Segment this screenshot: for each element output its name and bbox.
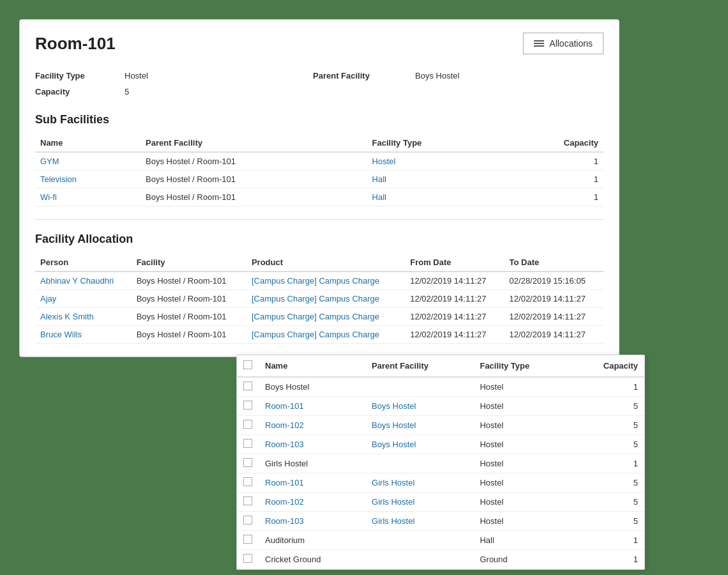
row-checkbox-cell[interactable] xyxy=(237,435,259,454)
row-checkbox-cell[interactable] xyxy=(237,397,259,416)
popup-card: Name Parent Facility Facility Type Capac… xyxy=(236,355,645,570)
alloc-person-cell[interactable]: Ajay xyxy=(35,290,132,308)
row-checkbox-cell[interactable] xyxy=(237,416,259,435)
table-row: Abhinav Y Chaudhri Boys Hostel / Room-10… xyxy=(35,272,603,290)
alloc-facility-cell: Boys Hostel / Room-101 xyxy=(132,272,246,290)
alloc-col-from: From Date xyxy=(405,254,504,272)
popup-parent-cell[interactable]: Boys Hostel xyxy=(365,435,473,454)
row-checkbox-cell[interactable] xyxy=(237,493,259,512)
alloc-person-cell[interactable]: Abhinav Y Chaudhri xyxy=(35,272,132,290)
popup-type-cell: Hostel xyxy=(473,377,570,397)
popup-capacity-cell: 5 xyxy=(571,512,644,531)
alloc-facility-cell: Boys Hostel / Room-101 xyxy=(132,326,246,344)
popup-capacity-cell: 5 xyxy=(571,416,644,435)
row-checkbox-cell[interactable] xyxy=(237,377,259,397)
popup-capacity-cell: 5 xyxy=(571,435,644,454)
sub-col-parent: Parent Facility xyxy=(140,134,367,152)
table-row: Ajay Boys Hostel / Room-101 [Campus Char… xyxy=(35,290,603,308)
allocations-button[interactable]: Allocations xyxy=(523,33,603,54)
popup-capacity-cell: 1 xyxy=(571,454,644,473)
popup-parent-cell xyxy=(365,454,473,473)
list-item: Room-102 Girls Hostel Hostel 5 xyxy=(237,493,644,512)
sub-capacity-cell: 1 xyxy=(502,152,603,171)
sub-type-cell[interactable]: Hostel xyxy=(367,152,503,171)
popup-name-cell[interactable]: Room-102 xyxy=(259,416,365,435)
popup-parent-cell[interactable]: Girls Hostel xyxy=(365,512,473,531)
sub-type-cell[interactable]: Hall xyxy=(367,188,503,206)
sub-name-cell[interactable]: Television xyxy=(35,171,140,188)
row-checkbox[interactable] xyxy=(243,516,252,525)
row-checkbox-cell[interactable] xyxy=(237,512,259,531)
sub-parent-cell: Boys Hostel / Room-101 xyxy=(140,152,367,171)
table-row: GYM Boys Hostel / Room-101 Hostel 1 xyxy=(35,152,603,171)
sub-type-cell[interactable]: Hall xyxy=(367,171,503,188)
popup-name-cell[interactable]: Room-101 xyxy=(259,397,365,416)
alloc-to-cell: 12/02/2019 14:11:27 xyxy=(504,308,603,326)
sub-name-cell[interactable]: Wi-fi xyxy=(35,188,140,206)
facility-allocation-table: Person Facility Product From Date To Dat… xyxy=(35,254,603,344)
sub-facilities-table: Name Parent Facility Facility Type Capac… xyxy=(35,134,603,206)
alloc-to-cell: 12/02/2019 14:11:27 xyxy=(504,290,603,308)
list-item: Room-101 Boys Hostel Hostel 5 xyxy=(237,397,644,416)
row-checkbox[interactable] xyxy=(243,554,252,563)
alloc-col-to: To Date xyxy=(504,254,603,272)
list-item: Cricket Ground Ground 1 xyxy=(237,550,644,569)
popup-capacity-cell: 1 xyxy=(571,531,644,550)
row-checkbox[interactable] xyxy=(243,458,252,467)
popup-type-cell: Hostel xyxy=(473,435,570,454)
row-checkbox[interactable] xyxy=(243,381,252,390)
popup-name-cell[interactable]: Room-101 xyxy=(259,473,365,493)
popup-capacity-cell: 5 xyxy=(571,493,644,512)
popup-parent-cell[interactable]: Girls Hostel xyxy=(365,473,473,493)
popup-parent-cell[interactable]: Girls Hostel xyxy=(365,493,473,512)
popup-capacity-cell: 5 xyxy=(571,473,644,493)
row-checkbox[interactable] xyxy=(243,535,252,544)
alloc-product-cell[interactable]: [Campus Charge] Campus Charge xyxy=(246,326,405,344)
list-item: Room-101 Girls Hostel Hostel 5 xyxy=(237,473,644,493)
alloc-person-cell[interactable]: Bruce Wills xyxy=(35,326,132,344)
popup-parent-cell[interactable]: Boys Hostel xyxy=(365,416,473,435)
row-checkbox-cell[interactable] xyxy=(237,550,259,569)
popup-table: Name Parent Facility Facility Type Capac… xyxy=(237,355,644,569)
alloc-product-cell[interactable]: [Campus Charge] Campus Charge xyxy=(246,290,405,308)
facility-type-label: Facility Type xyxy=(35,70,125,82)
alloc-from-cell: 12/02/2019 14:11:27 xyxy=(405,272,504,290)
select-all-checkbox[interactable] xyxy=(243,360,252,369)
popup-parent-cell[interactable]: Boys Hostel xyxy=(365,397,473,416)
row-checkbox[interactable] xyxy=(243,439,252,448)
popup-name-cell[interactable]: Room-102 xyxy=(259,493,365,512)
sub-capacity-cell: 1 xyxy=(502,188,603,206)
popup-parent-cell xyxy=(365,550,473,569)
row-checkbox[interactable] xyxy=(243,401,252,410)
sub-capacity-cell: 1 xyxy=(502,171,603,188)
popup-type-cell: Hostel xyxy=(473,473,570,493)
row-checkbox[interactable] xyxy=(243,496,252,505)
popup-type-cell: Ground xyxy=(473,550,570,569)
parent-facility-label: Parent Facility xyxy=(313,70,415,82)
popup-col-name: Name xyxy=(259,355,365,377)
row-checkbox[interactable] xyxy=(243,420,252,429)
alloc-product-cell[interactable]: [Campus Charge] Campus Charge xyxy=(246,308,405,326)
alloc-facility-cell: Boys Hostel / Room-101 xyxy=(132,290,246,308)
popup-name-cell[interactable]: Room-103 xyxy=(259,435,365,454)
popup-name-cell[interactable]: Room-103 xyxy=(259,512,365,531)
sub-col-capacity: Capacity xyxy=(502,134,603,152)
list-item: Boys Hostel Hostel 1 xyxy=(237,377,644,397)
sub-name-cell[interactable]: GYM xyxy=(35,152,140,171)
popup-type-cell: Hall xyxy=(473,531,570,550)
alloc-person-cell[interactable]: Alexis K Smith xyxy=(35,308,132,326)
row-checkbox[interactable] xyxy=(243,477,252,486)
info-grid: Facility Type Hostel Parent Facility Boy… xyxy=(35,70,603,98)
popup-type-cell: Hostel xyxy=(473,512,570,531)
popup-type-cell: Hostel xyxy=(473,397,570,416)
popup-capacity-cell: 1 xyxy=(571,377,644,397)
row-checkbox-cell[interactable] xyxy=(237,531,259,550)
list-item: Room-103 Girls Hostel Hostel 5 xyxy=(237,512,644,531)
capacity-value: 5 xyxy=(125,86,313,98)
alloc-col-facility: Facility xyxy=(132,254,246,272)
alloc-product-cell[interactable]: [Campus Charge] Campus Charge xyxy=(246,272,405,290)
popup-capacity-cell: 1 xyxy=(571,550,644,569)
row-checkbox-cell[interactable] xyxy=(237,473,259,493)
popup-parent-cell xyxy=(365,377,473,397)
row-checkbox-cell[interactable] xyxy=(237,454,259,473)
